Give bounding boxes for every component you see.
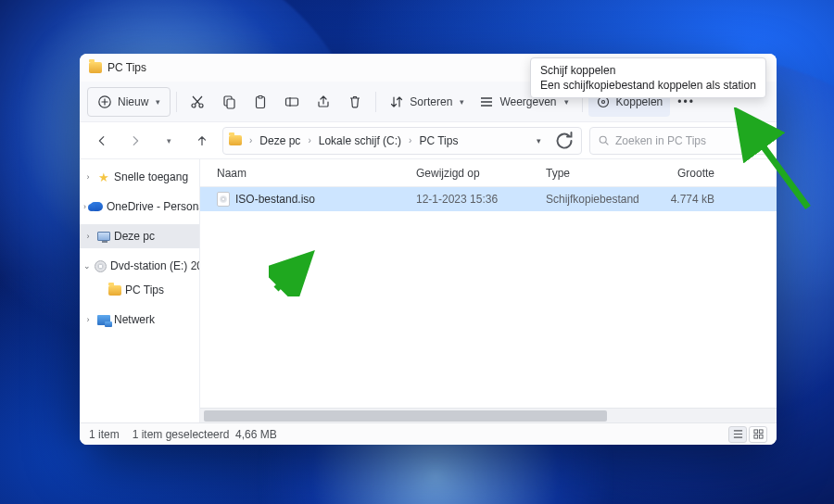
list-icon [479,94,494,109]
folder-icon [89,62,102,73]
address-dropdown[interactable]: ▾ [527,136,550,145]
copy-button[interactable] [214,87,244,117]
chevron-down-icon: ▾ [537,136,541,145]
scrollbar-thumb[interactable] [204,410,607,422]
window-title: PC Tips [107,61,146,74]
sidebar-item-label: OneDrive - Personal [107,200,200,213]
svg-point-2 [199,104,203,107]
sidebar-item-dvd[interactable]: ⌄ Dvd-station (E:) 2023 [80,254,199,278]
chevron-right-icon: › [306,135,312,145]
status-bar: 1 item 1 item geselecteerd 4,66 MB [80,422,777,445]
svg-rect-6 [259,95,262,98]
sidebar-item-label: Netwerk [114,313,155,326]
sidebar-item-label: Deze pc [114,230,155,243]
arrow-up-icon [196,134,208,147]
tooltip: Schijf koppelen Een schijfkopiebestand k… [530,57,766,98]
chevron-right-icon: › [247,135,254,145]
column-name[interactable]: Naam [200,167,409,180]
address-bar[interactable]: › Deze pc › Lokale schijf (C:) › PC Tips… [222,127,582,155]
details-view-button[interactable] [728,426,747,443]
breadcrumb[interactable]: PC Tips [417,134,460,147]
large-icons-view-button[interactable] [749,426,767,443]
column-modified[interactable]: Gewijzigd op [409,167,538,180]
file-size: 4.774 kB [659,193,742,206]
column-size[interactable]: Grootte [659,167,742,180]
annotation-arrow [732,107,815,214]
folder-icon [229,135,242,145]
chevron-right-icon: › [83,315,93,324]
new-label: Nieuw [118,95,148,108]
tooltip-description: Een schijfkopiebestand koppelen als stat… [540,79,756,92]
recent-button[interactable]: ▾ [156,128,182,154]
chevron-down-icon: ▾ [564,97,569,107]
svg-point-1 [192,104,196,107]
column-headers: Naam Gewijzigd op Type Grootte [200,159,777,187]
paste-button[interactable] [246,87,275,117]
scissors-icon [190,94,205,109]
breadcrumb[interactable]: Lokale schijf (C:) [317,134,403,147]
rename-button[interactable] [277,87,307,117]
grid-icon [753,429,764,439]
breadcrumb[interactable]: Deze pc [258,134,302,147]
refresh-button[interactable] [553,130,575,152]
svg-rect-7 [286,98,298,106]
sidebar-item-quick-access[interactable]: › ★ Snelle toegang [80,165,199,189]
sidebar-item-dvd-child[interactable]: PC Tips [80,278,199,302]
chevron-right-icon: › [83,172,93,182]
sort-icon [389,94,404,109]
svg-rect-12 [759,430,763,434]
chevron-right-icon: › [83,232,93,241]
share-button[interactable] [309,87,338,117]
search-icon [598,134,610,146]
sidebar-item-this-pc[interactable]: › Deze pc [80,224,199,248]
file-row[interactable]: ISO-bestand.iso 12-1-2023 15:36 Schijfko… [200,187,777,211]
column-type[interactable]: Type [538,167,659,180]
navigation-pane: › ★ Snelle toegang › OneDrive - Personal… [80,159,200,422]
status-size: 4,66 MB [235,428,277,441]
clipboard-icon [253,94,268,109]
annotation-arrow [269,250,324,296]
network-icon [97,315,110,325]
delete-button[interactable] [340,87,370,117]
new-button[interactable]: Nieuw ▾ [87,87,171,117]
address-row: ▾ › Deze pc › Lokale schijf (C:) › PC Ti… [80,122,777,159]
chevron-right-icon: › [83,202,86,211]
share-icon [316,94,331,109]
svg-rect-11 [753,430,757,434]
sidebar-item-onedrive[interactable]: › OneDrive - Personal [80,195,199,219]
svg-point-10 [600,136,606,143]
arrow-left-icon [95,134,108,147]
plus-circle-icon [97,94,112,109]
sort-button[interactable]: Sorteren ▾ [382,87,472,117]
sidebar-item-label: Dvd-station (E:) 2023 [110,259,200,272]
svg-rect-14 [759,435,763,438]
forward-button[interactable] [122,128,148,154]
file-explorer-window: PC Tips Nieuw ▾ Sorteren ▾ Wee [80,54,777,445]
folder-icon [108,285,121,296]
up-button[interactable] [189,128,215,154]
sidebar-item-network[interactable]: › Netwerk [80,308,199,332]
chevron-down-icon: ▾ [460,97,464,107]
arrow-right-icon [129,134,142,147]
monitor-icon [97,232,110,241]
back-button[interactable] [89,128,115,154]
disc-icon [95,260,107,272]
svg-point-9 [601,100,604,103]
copy-icon [221,94,236,109]
chevron-right-icon: › [407,135,413,145]
horizontal-scrollbar[interactable] [200,408,777,422]
trash-icon [348,94,362,109]
sidebar-item-label: PC Tips [125,284,164,296]
cut-button[interactable] [183,87,212,117]
refresh-icon [553,130,575,152]
sort-label: Sorteren [410,95,452,108]
chevron-down-icon: ▾ [156,97,160,107]
chevron-down-icon: ▾ [167,136,171,145]
status-item-count: 1 item [89,428,120,441]
sidebar-item-label: Snelle toegang [114,170,188,183]
svg-rect-4 [227,99,234,108]
details-icon [733,429,743,439]
file-type: Schijfkopiebestand [538,193,659,206]
file-modified: 12-1-2023 15:36 [409,193,538,206]
iso-file-icon [217,192,230,207]
